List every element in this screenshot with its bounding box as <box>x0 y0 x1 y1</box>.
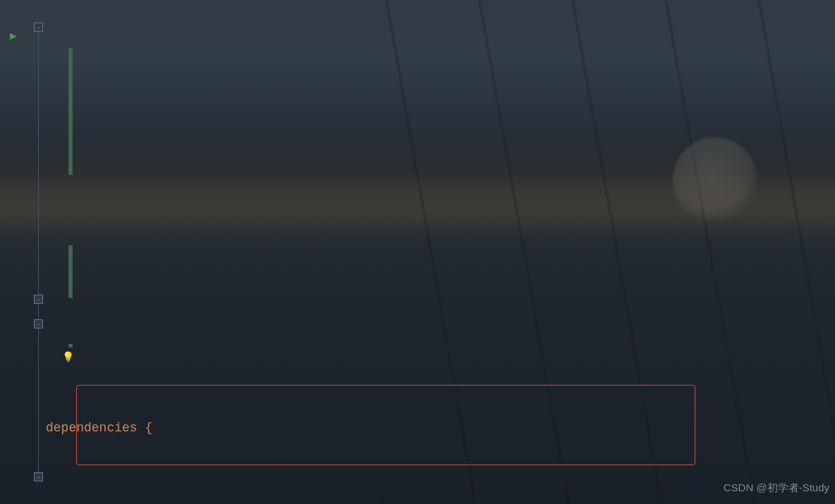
fold-node-mid1[interactable]: – <box>34 295 43 304</box>
fold-node-bottom[interactable]: – <box>34 472 43 481</box>
block-guide-2 <box>68 245 73 298</box>
watermark: CSDN @初学者-Study <box>724 475 829 500</box>
fold-guide-line <box>38 25 39 479</box>
code-editor[interactable]: ▶ – – – – 💡 dependencies { implementatio… <box>0 0 835 504</box>
run-icon[interactable]: ▶ <box>10 25 17 49</box>
keyword-dependencies: dependencies { <box>46 421 152 435</box>
fold-node-mid2[interactable]: – <box>34 319 43 328</box>
code-line: dependencies { <box>0 416 835 441</box>
fold-node-top[interactable]: – <box>34 23 43 32</box>
lightbulb-icon[interactable]: 💡 <box>62 345 74 370</box>
block-guide-1 <box>68 48 73 175</box>
